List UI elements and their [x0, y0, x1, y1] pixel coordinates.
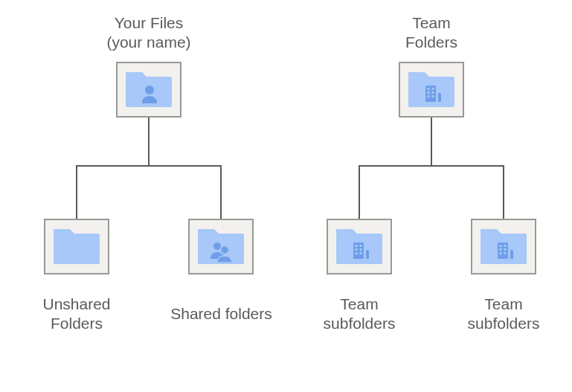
svg-rect-26 — [500, 245, 502, 247]
connector — [76, 165, 77, 219]
svg-point-1 — [145, 86, 154, 94]
svg-rect-16 — [353, 242, 364, 259]
svg-point-4 — [213, 242, 221, 250]
svg-rect-11 — [432, 91, 434, 94]
svg-rect-10 — [428, 91, 430, 94]
svg-rect-7 — [425, 86, 436, 102]
svg-rect-2 — [54, 234, 100, 264]
svg-rect-27 — [504, 245, 507, 247]
folder-icon-box — [327, 219, 392, 274]
svg-rect-19 — [356, 248, 358, 251]
connector — [431, 118, 432, 165]
team-folder-icon — [333, 226, 385, 267]
svg-rect-18 — [360, 245, 362, 247]
connector — [359, 165, 504, 167]
svg-point-5 — [221, 246, 229, 254]
folder-icon-box — [471, 219, 536, 274]
connector — [148, 118, 150, 165]
folder-icon-box — [44, 219, 109, 274]
right-child2-label: Team subfolders — [463, 295, 544, 333]
left-child2-label: Shared folders — [168, 304, 274, 324]
svg-rect-25 — [498, 242, 508, 259]
person-folder-icon — [123, 69, 175, 110]
folder-icon-box — [116, 62, 181, 118]
svg-rect-9 — [432, 88, 434, 90]
svg-rect-28 — [500, 248, 502, 251]
group-folder-icon — [195, 226, 247, 267]
svg-rect-22 — [360, 252, 362, 254]
connector — [220, 165, 222, 219]
svg-rect-32 — [510, 250, 513, 259]
svg-rect-17 — [356, 245, 358, 247]
diagram-stage: Your Files (your name) — [0, 0, 572, 392]
left-root-label: Your Files (your name) — [82, 13, 216, 52]
right-root-label: Team Folders — [364, 13, 498, 52]
svg-rect-8 — [428, 88, 430, 90]
svg-rect-13 — [432, 95, 434, 97]
svg-rect-29 — [504, 248, 507, 251]
folder-icon-box — [188, 219, 254, 274]
blank-folder-icon — [51, 226, 103, 267]
right-child1-label: Team subfolders — [318, 295, 400, 333]
svg-rect-31 — [504, 252, 507, 254]
folder-icon-box — [399, 62, 464, 118]
svg-rect-30 — [500, 252, 502, 254]
svg-rect-20 — [360, 248, 362, 251]
svg-rect-21 — [356, 252, 358, 254]
left-child1-label: Unshared Folders — [35, 295, 118, 333]
svg-rect-23 — [366, 250, 369, 259]
team-folder-icon — [405, 69, 457, 110]
connector — [503, 165, 504, 219]
svg-rect-12 — [428, 95, 430, 97]
svg-rect-14 — [438, 93, 441, 102]
team-folder-icon — [478, 226, 530, 267]
connector — [76, 165, 222, 167]
connector — [359, 165, 360, 219]
